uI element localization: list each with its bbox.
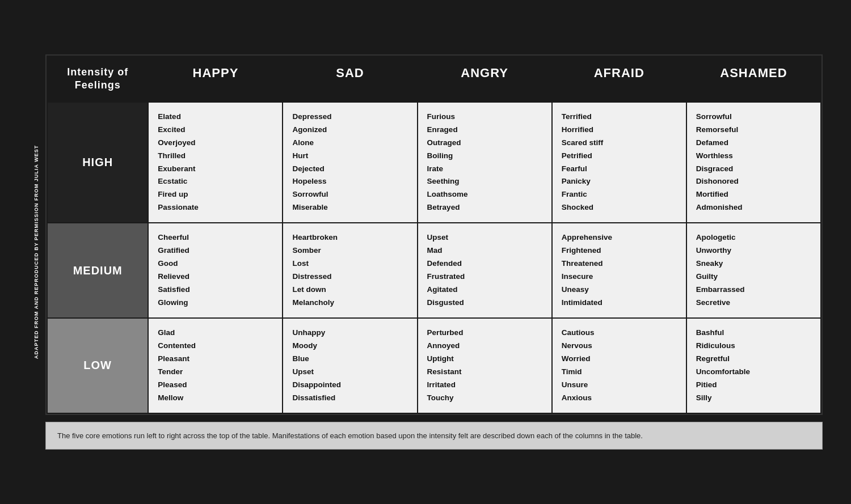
- emotion-word: Blue: [292, 353, 407, 366]
- emotion-word: Alone: [292, 137, 407, 150]
- emotion-word: Scared stiff: [562, 137, 677, 150]
- page-wrapper: ADAPTED FROM AND REPRODUCED BY PERMISSIO…: [28, 54, 823, 450]
- emotion-word: Seething: [427, 175, 542, 188]
- emotion-word: Upset: [292, 366, 407, 379]
- emotion-word: Sorrowful: [292, 188, 407, 201]
- emotion-word: Exuberant: [158, 163, 273, 176]
- header-row: Intensity of Feelings HAPPY SAD ANGRY AF…: [47, 56, 821, 102]
- emotion-word: Worried: [562, 353, 677, 366]
- cell-row2-col0: GladContentedPleasantTenderPleasedMellow: [148, 318, 283, 413]
- emotion-word: Silly: [696, 392, 811, 405]
- emotion-word: Good: [158, 257, 273, 270]
- emotion-word: Melancholy: [292, 297, 407, 310]
- emotion-word: Dissatisfied: [292, 392, 407, 405]
- emotion-word: Uptight: [427, 353, 542, 366]
- intensity-cell-high: HIGH: [47, 102, 148, 223]
- emotion-word: Petrified: [562, 150, 677, 163]
- header-afraid: AFRAID: [552, 56, 686, 102]
- emotion-word: Cheerful: [158, 231, 273, 244]
- emotion-word: Irritated: [427, 379, 542, 392]
- emotion-word: Passionate: [158, 201, 273, 214]
- emotion-word: Glowing: [158, 297, 273, 310]
- emotion-word: Disgraced: [696, 163, 811, 176]
- table-row: MEDIUMCheerfulGratifiedGoodRelievedSatis…: [47, 223, 821, 318]
- emotion-word: Regretful: [696, 353, 811, 366]
- emotion-word: Worthless: [696, 150, 811, 163]
- cell-row0-col0: ElatedExcitedOverjoyedThrilledExuberantE…: [148, 102, 283, 223]
- cell-row1-col1: HeartbrokenSomberLostDistressedLet downM…: [283, 223, 417, 318]
- emotion-word: Unsure: [562, 379, 677, 392]
- emotion-word: Admonished: [696, 201, 811, 214]
- emotion-word: Timid: [562, 366, 677, 379]
- emotion-word: Defended: [427, 257, 542, 270]
- emotion-word: Satisfied: [158, 283, 273, 297]
- table-row: LOWGladContentedPleasantTenderPleasedMel…: [47, 318, 821, 413]
- emotion-word: Apologetic: [696, 231, 811, 244]
- cell-row0-col1: DepressedAgonizedAloneHurtDejectedHopele…: [283, 102, 417, 223]
- emotion-word: Pleased: [158, 379, 273, 392]
- emotion-word: Thrilled: [158, 150, 273, 163]
- side-label: ADAPTED FROM AND REPRODUCED BY PERMISSIO…: [28, 54, 45, 450]
- emotion-word: Fired up: [158, 188, 273, 201]
- emotion-word: Disgusted: [427, 297, 542, 310]
- emotion-word: Frustrated: [427, 270, 542, 283]
- emotion-word: Threatened: [562, 257, 677, 270]
- emotion-word: Mad: [427, 244, 542, 257]
- emotion-word: Furious: [427, 111, 542, 124]
- emotion-word: Ecstatic: [158, 175, 273, 188]
- emotion-word: Mortified: [696, 188, 811, 201]
- header-sad: SAD: [283, 56, 417, 102]
- emotion-word: Hopeless: [292, 175, 407, 188]
- table-container: Intensity of Feelings HAPPY SAD ANGRY AF…: [45, 54, 823, 415]
- emotion-word: Intimidated: [562, 297, 677, 310]
- cell-row1-col4: ApologeticUnworthySneakyGuiltyEmbarrasse…: [686, 223, 821, 318]
- emotion-word: Let down: [292, 283, 407, 297]
- emotion-word: Tender: [158, 366, 273, 379]
- emotion-word: Gratified: [158, 244, 273, 257]
- emotion-word: Defamed: [696, 137, 811, 150]
- emotion-word: Loathsome: [427, 188, 542, 201]
- header-happy: HAPPY: [148, 56, 283, 102]
- emotion-word: Panicky: [562, 175, 677, 188]
- emotion-word: Agonized: [292, 124, 407, 137]
- emotion-word: Annoyed: [427, 340, 542, 353]
- emotion-word: Elated: [158, 111, 273, 124]
- emotion-word: Boiling: [427, 150, 542, 163]
- emotion-word: Lost: [292, 257, 407, 270]
- feelings-table: Intensity of Feelings HAPPY SAD ANGRY AF…: [47, 56, 821, 414]
- emotion-word: Sorrowful: [696, 111, 811, 124]
- cell-row2-col2: PerturbedAnnoyedUptightResistantIrritate…: [418, 318, 552, 413]
- emotion-word: Dejected: [292, 163, 407, 176]
- emotion-word: Perturbed: [427, 327, 542, 340]
- emotion-word: Bashful: [696, 327, 811, 340]
- emotion-word: Ridiculous: [696, 340, 811, 353]
- header-ashamed: ASHAMED: [686, 56, 821, 102]
- emotion-word: Remorseful: [696, 124, 811, 137]
- intensity-cell-medium: MEDIUM: [47, 223, 148, 318]
- table-row: HIGHElatedExcitedOverjoyedThrilledExuber…: [47, 102, 821, 223]
- cell-row0-col3: TerrifiedHorrifiedScared stiffPetrifiedF…: [552, 102, 686, 223]
- emotion-word: Resistant: [427, 366, 542, 379]
- footer-note: The five core emotions run left to right…: [45, 422, 823, 450]
- emotion-word: Sneaky: [696, 257, 811, 270]
- emotion-word: Apprehensive: [562, 231, 677, 244]
- emotion-word: Overjoyed: [158, 137, 273, 150]
- emotion-word: Distressed: [292, 270, 407, 283]
- emotion-word: Upset: [427, 231, 542, 244]
- emotion-word: Uneasy: [562, 283, 677, 297]
- emotion-word: Frightened: [562, 244, 677, 257]
- emotion-word: Cautious: [562, 327, 677, 340]
- emotion-word: Depressed: [292, 111, 407, 124]
- emotion-word: Embarrassed: [696, 283, 811, 297]
- emotion-word: Disappointed: [292, 379, 407, 392]
- emotion-word: Frantic: [562, 188, 677, 201]
- emotion-word: Miserable: [292, 201, 407, 214]
- main-content: Intensity of Feelings HAPPY SAD ANGRY AF…: [45, 54, 823, 450]
- intensity-cell-low: LOW: [47, 318, 148, 413]
- emotion-word: Agitated: [427, 283, 542, 297]
- emotion-word: Hurt: [292, 150, 407, 163]
- emotion-word: Excited: [158, 124, 273, 137]
- emotion-word: Touchy: [427, 392, 542, 405]
- cell-row2-col1: UnhappyMoodyBlueUpsetDisappointedDissati…: [283, 318, 417, 413]
- cell-row0-col4: SorrowfulRemorsefulDefamedWorthlessDisgr…: [686, 102, 821, 223]
